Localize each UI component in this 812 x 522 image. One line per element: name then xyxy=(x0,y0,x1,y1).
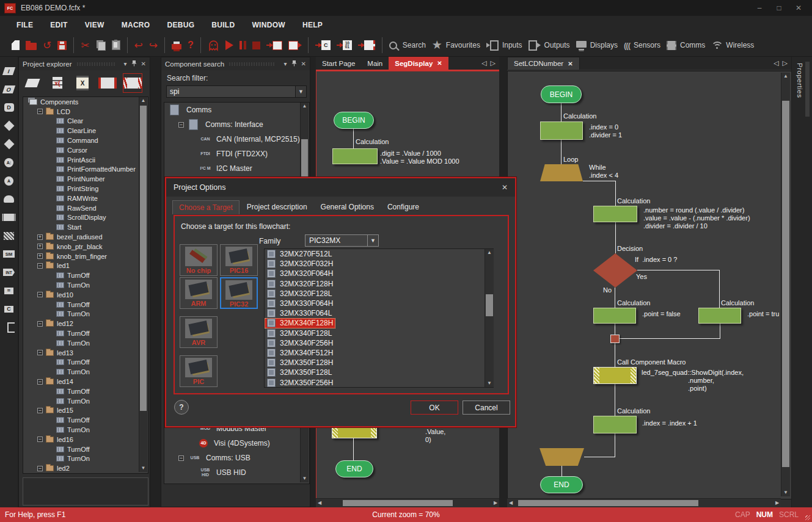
toolbar-step-over-button[interactable] xyxy=(285,39,304,52)
comment-tool-icon[interactable]: = xyxy=(2,285,16,296)
dialog-help-button[interactable]: ? xyxy=(174,400,189,415)
setlcd-vscrollbar[interactable]: ▲▼ xyxy=(781,73,790,496)
toolbar-compile-chip-button[interactable] xyxy=(355,38,378,52)
dialog-tab-project-description[interactable]: Project description xyxy=(241,200,313,214)
code-tool-icon[interactable] xyxy=(2,230,16,241)
tree-item[interactable]: Clear xyxy=(23,117,148,126)
toolbar-copy-button[interactable] xyxy=(93,38,109,53)
tree-item[interactable]: +knob_ptr_black xyxy=(23,242,148,252)
delay-tool-icon[interactable]: D xyxy=(2,102,16,113)
tab-properties[interactable]: Properties xyxy=(796,63,803,98)
tree-expander-icon[interactable]: − xyxy=(178,455,184,461)
simulation-tool-icon[interactable]: SIM xyxy=(2,248,16,259)
tree-item[interactable]: TurnOn xyxy=(23,425,148,435)
tree-item[interactable]: RAMWrite xyxy=(23,194,148,203)
toolbar-favourites-button[interactable]: ★Favourites xyxy=(429,38,483,53)
tree-expander-icon[interactable]: + xyxy=(37,234,43,240)
tab-main[interactable]: Main xyxy=(361,57,389,70)
close-button[interactable]: ✕ xyxy=(791,4,806,12)
tree-item[interactable]: TurnOff xyxy=(23,328,148,338)
tab-scroll-next-icon[interactable]: ▷ xyxy=(491,59,496,67)
menu-debug[interactable]: DEBUG xyxy=(161,18,200,32)
family-arm-button[interactable]: ARM xyxy=(180,277,218,309)
chip-list-item[interactable]: 32MX340F512H xyxy=(265,348,493,358)
segdisplay-hscrollbar[interactable]: ◀▶ xyxy=(316,498,499,507)
chip-list-item[interactable]: 32MX270F512L xyxy=(265,249,493,259)
dialog-tab-general-options[interactable]: General Options xyxy=(315,200,380,214)
flow-calculation-node[interactable] xyxy=(332,148,378,164)
toolbar-revert-button[interactable]: ↺ xyxy=(40,38,54,53)
input-tool-icon[interactable]: I xyxy=(2,65,16,76)
tree-item[interactable]: TurnOff xyxy=(23,270,148,280)
decision-tool-icon[interactable] xyxy=(2,120,16,131)
tree-item[interactable]: RawSend xyxy=(23,203,148,213)
tree-item[interactable]: ScrollDisplay xyxy=(23,213,148,223)
tree-item[interactable]: TurnOn xyxy=(23,310,148,319)
tab-segdisplay[interactable]: SegDisplay✕ xyxy=(389,57,448,70)
tree-item[interactable]: −LCD xyxy=(23,107,148,117)
chip-list-item[interactable]: 32MX330F064L xyxy=(265,308,493,318)
tree-item[interactable]: −led16 xyxy=(23,435,148,444)
toolbar-sensors-button[interactable]: (((Sensors xyxy=(621,39,664,52)
tree-item[interactable]: PrintString xyxy=(23,184,148,194)
close-icon[interactable]: ✕ xyxy=(301,60,306,67)
tree-item[interactable]: −led1 xyxy=(23,261,148,271)
toolbar-save-button[interactable] xyxy=(54,39,70,52)
resize-grip[interactable] xyxy=(805,515,810,520)
menu-window[interactable]: WINDOW xyxy=(246,18,290,32)
flow-calculation-node[interactable] xyxy=(698,308,741,324)
char-function-tool-icon[interactable]: A xyxy=(2,175,16,186)
globals-view-icon[interactable]: x{ xyxy=(48,73,67,93)
flow-connection-node[interactable] xyxy=(610,335,620,343)
chip-list-item[interactable]: 32MX330F064H xyxy=(265,299,493,308)
tree-expander-icon[interactable]: + xyxy=(37,244,43,249)
toolbar-step-into-button[interactable] xyxy=(263,39,285,52)
dialog-close-icon[interactable]: ✕ xyxy=(502,183,508,192)
tree-expander-icon[interactable]: − xyxy=(178,122,184,128)
toolbar-wireless-button[interactable]: Wireless xyxy=(708,39,757,51)
tree-item[interactable]: 4DVisi (4DSystems) xyxy=(164,436,309,451)
tree-expander-icon[interactable]: − xyxy=(37,466,43,471)
toolbar-new-file-button[interactable] xyxy=(9,38,23,52)
tree-item[interactable]: PrintAscii xyxy=(23,155,148,165)
flow-begin-node[interactable]: BEGIN xyxy=(541,85,582,103)
toolbar-help-button[interactable]: ? xyxy=(185,38,197,52)
toolbar-undo-button[interactable]: ↩ xyxy=(131,38,146,53)
macros-view-icon[interactable]: X xyxy=(73,73,92,93)
pin-icon[interactable] xyxy=(131,60,137,68)
dialog-tab-choose-a-target[interactable]: Choose a Target xyxy=(172,200,240,214)
toolbar-open-file-button[interactable] xyxy=(23,38,40,52)
menu-help[interactable]: HELP xyxy=(297,18,328,32)
chip-list-item[interactable]: 32MX320F128L xyxy=(265,289,493,299)
tab-close-icon[interactable]: ✕ xyxy=(568,60,572,67)
tree-expander-icon[interactable]: − xyxy=(37,321,43,327)
panel-menu-icon[interactable]: ▾ xyxy=(284,60,287,67)
chip-list-item[interactable]: 32MX350F128H xyxy=(265,358,493,368)
tree-item[interactable]: −led2 xyxy=(23,463,148,473)
tree-expander-icon[interactable]: − xyxy=(37,350,43,355)
loop-tool-icon[interactable] xyxy=(2,194,16,205)
tree-item[interactable]: PrintFormattedNumber xyxy=(23,165,148,175)
tree-expander-icon[interactable]: − xyxy=(37,379,43,385)
tree-item[interactable]: +knob_trim_finger xyxy=(23,252,148,261)
toolbar-inputs-button[interactable]: Inputs xyxy=(483,38,525,53)
flow-calculation-node[interactable] xyxy=(593,416,637,433)
menu-build[interactable]: BUILD xyxy=(206,18,240,32)
interrupt-tool-icon[interactable]: INT xyxy=(2,267,16,278)
tree-item[interactable]: −led15 xyxy=(23,406,148,416)
flow-end-node[interactable]: END xyxy=(335,460,373,477)
pin-icon[interactable] xyxy=(291,60,297,68)
tree-item[interactable]: −led14 xyxy=(23,377,148,386)
flow-loop-end-node[interactable] xyxy=(540,448,584,466)
tree-item[interactable]: CANCAN (Internal, MCP2515) xyxy=(164,132,309,147)
family-no-chip-button[interactable]: No chip xyxy=(180,244,218,276)
bracket-tool-icon[interactable] xyxy=(2,322,16,333)
tree-item[interactable]: Cursor xyxy=(23,145,148,155)
tree-item[interactable]: TurnOff xyxy=(23,300,148,310)
tree-item[interactable]: Start xyxy=(23,222,148,232)
chip-list-item[interactable]: 32MX320F064H xyxy=(265,269,493,278)
tree-item[interactable]: USB HIDUSB HID xyxy=(164,465,309,480)
tree-item[interactable]: TurnOff xyxy=(23,386,148,396)
toolbar-outputs-button[interactable]: Outputs xyxy=(525,38,573,53)
tree-item[interactable]: I²C MI2C Master xyxy=(164,161,309,176)
